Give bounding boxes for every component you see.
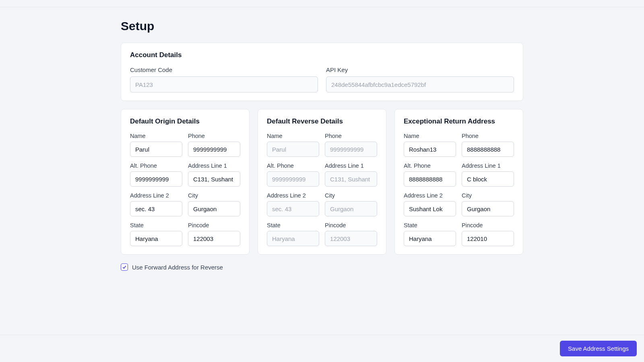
top-divider [0, 0, 644, 7]
origin-phone-input[interactable] [188, 142, 240, 157]
reverse-city-label: City [325, 192, 377, 199]
reverse-pincode-input [325, 231, 377, 246]
page-title: Setup [121, 19, 523, 33]
reverse-addr1-input [325, 171, 377, 187]
reverse-name-input [267, 142, 319, 157]
exceptional-addr2-input[interactable] [404, 201, 456, 216]
origin-pincode-label: Pincode [188, 222, 240, 228]
origin-phone-label: Phone [188, 133, 240, 139]
origin-pincode-input[interactable] [188, 231, 240, 246]
reverse-details-card: Default Reverse Details Name Phone Alt. … [258, 109, 386, 255]
reverse-addr2-label: Address Line 2 [267, 192, 319, 199]
reverse-name-label: Name [267, 133, 319, 139]
account-details-card: Account Details Customer Code API Key [121, 43, 523, 101]
use-forward-label: Use Forward Address for Reverse [132, 264, 223, 271]
origin-name-label: Name [130, 133, 182, 139]
origin-city-label: City [188, 192, 240, 199]
exceptional-addr1-label: Address Line 1 [462, 162, 514, 169]
api-key-label: API Key [326, 66, 514, 73]
exceptional-name-input[interactable] [404, 142, 456, 157]
origin-state-input[interactable] [130, 231, 182, 246]
exceptional-state-label: State [404, 222, 456, 228]
customer-code-input[interactable] [130, 76, 318, 93]
origin-addr2-input[interactable] [130, 201, 182, 216]
customer-code-label: Customer Code [130, 66, 318, 73]
exceptional-altphone-input[interactable] [404, 171, 456, 187]
reverse-state-input [267, 231, 319, 246]
api-key-input[interactable] [326, 76, 514, 93]
reverse-heading: Default Reverse Details [267, 117, 377, 125]
exceptional-phone-label: Phone [462, 133, 514, 139]
exceptional-state-input[interactable] [404, 231, 456, 246]
exceptional-heading: Exceptional Return Address [404, 117, 514, 125]
exceptional-city-input[interactable] [462, 201, 514, 216]
exceptional-city-label: City [462, 192, 514, 199]
exceptional-addr2-label: Address Line 2 [404, 192, 456, 199]
exceptional-altphone-label: Alt. Phone [404, 162, 456, 169]
reverse-state-label: State [267, 222, 319, 228]
exceptional-name-label: Name [404, 133, 456, 139]
origin-addr1-label: Address Line 1 [188, 162, 240, 169]
reverse-phone-label: Phone [325, 133, 377, 139]
exceptional-pincode-label: Pincode [462, 222, 514, 228]
reverse-addr2-input [267, 201, 319, 216]
exceptional-pincode-input[interactable] [462, 231, 514, 246]
origin-name-input[interactable] [130, 142, 182, 157]
api-key-field: API Key [326, 66, 514, 93]
exceptional-return-card: Exceptional Return Address Name Phone Al… [394, 109, 523, 255]
origin-state-label: State [130, 222, 182, 228]
exceptional-addr1-input[interactable] [462, 171, 514, 187]
page-content: Setup Account Details Customer Code API … [121, 7, 523, 315]
reverse-pincode-label: Pincode [325, 222, 377, 228]
origin-addr2-label: Address Line 2 [130, 192, 182, 199]
origin-heading: Default Origin Details [130, 117, 240, 125]
origin-city-input[interactable] [188, 201, 240, 216]
customer-code-field: Customer Code [130, 66, 318, 93]
exceptional-phone-input[interactable] [462, 142, 514, 157]
check-icon [122, 265, 127, 269]
reverse-altphone-label: Alt. Phone [267, 162, 319, 169]
origin-details-card: Default Origin Details Name Phone Alt. P… [121, 109, 250, 255]
account-details-heading: Account Details [130, 51, 514, 59]
reverse-addr1-label: Address Line 1 [325, 162, 377, 169]
origin-addr1-input[interactable] [188, 171, 240, 187]
reverse-altphone-input [267, 171, 319, 187]
reverse-phone-input [325, 142, 377, 157]
origin-altphone-input[interactable] [130, 171, 182, 187]
reverse-city-input [325, 201, 377, 216]
use-forward-checkbox[interactable] [121, 263, 128, 271]
origin-altphone-label: Alt. Phone [130, 162, 182, 169]
